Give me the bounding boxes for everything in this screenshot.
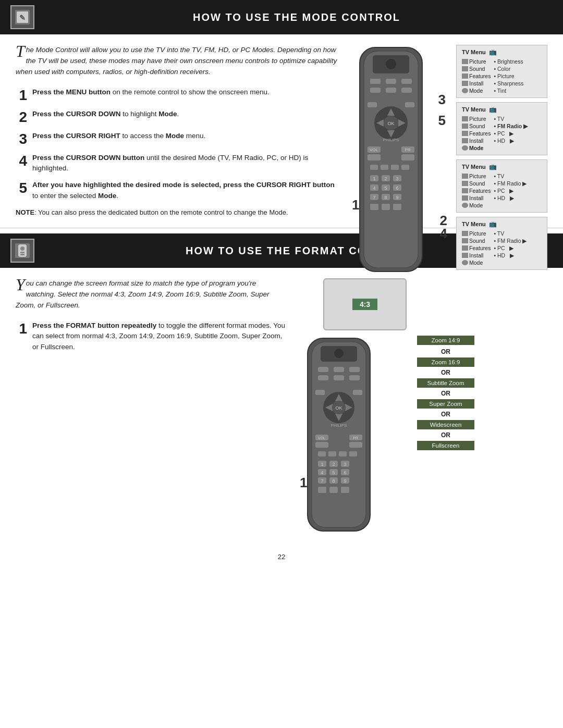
svg-text:VOL: VOL — [370, 147, 378, 152]
tv-menu-1: TV Menu 📺 Picture Sound — [456, 45, 547, 98]
svg-point-62 — [334, 349, 344, 358]
page-number: 22 — [0, 546, 563, 565]
svg-text:2: 2 — [332, 462, 335, 467]
tv-menu-1-title-text: TV Menu — [462, 49, 486, 55]
svg-text:4: 4 — [321, 470, 323, 475]
step-overlay-5: 5 — [438, 113, 446, 129]
step-overlay-4: 4 — [440, 226, 447, 242]
tv-menu-3-labels: Picture Sound Features — [462, 172, 491, 209]
picture-icon-1 — [462, 59, 468, 64]
sound-icon-4 — [462, 238, 468, 243]
mode-step-2: 2 Press the CURSOR DOWN to highlight Mod… — [16, 109, 339, 125]
svg-text:5: 5 — [384, 186, 387, 191]
mode-right-col: TV Menu 📺 Picture Sound — [349, 45, 547, 217]
tv-menu-label-features-1: Features — [462, 72, 491, 80]
format-section: HOW TO USE THE FORMAT CONTROL Y ou can c… — [0, 233, 563, 546]
remote-with-overlays: 3 5 1 2 4 — [349, 45, 448, 276]
svg-rect-68 — [349, 375, 360, 380]
svg-rect-109 — [353, 390, 362, 395]
svg-text:8: 8 — [332, 478, 335, 484]
mode-step-3: 3 Press the CURSOR RIGHT to access the M… — [16, 131, 339, 146]
mode-section: ✎ HOW TO USE THE MODE CONTROL T he Mode … — [0, 0, 563, 228]
tv-menu-4-content: Picture Sound Features — [462, 230, 542, 266]
svg-text:6: 6 — [344, 470, 346, 475]
tv-menu-1-items: • Brightness • Color • Picture • Sharpne… — [494, 58, 523, 94]
format-left-col: Y ou can change the screen format size t… — [16, 278, 287, 535]
svg-text:VOL: VOL — [318, 436, 325, 440]
tv-menu-2: TV Menu 📺 Picture Sound — [456, 102, 547, 155]
mode-step-5: 5 After you have highlighted the desired… — [16, 180, 339, 201]
svg-rect-81 — [315, 442, 328, 448]
mode-icon-2 — [462, 145, 468, 151]
mode-icon-4 — [462, 260, 468, 265]
zoom-option-fullscreen: Fullscreen — [417, 441, 474, 450]
format-step-overlay-1: 1 — [300, 475, 307, 491]
format-screen-43: 4:3 — [323, 278, 407, 330]
tv-icon-2: 📺 — [489, 106, 497, 113]
tv-menu-3-content: Picture Sound Features — [462, 172, 542, 209]
svg-rect-52 — [368, 102, 377, 107]
mode-remote-illustration: 3 5 1 2 4 — [349, 45, 448, 276]
step-overlay-3: 3 — [438, 92, 446, 108]
mode-steps: 1 Press the MENU button on the remote co… — [16, 87, 339, 201]
step-number-4: 4 — [16, 154, 27, 168]
step-text-4: Press the CURSOR DOWN button until the d… — [32, 153, 339, 174]
tv-icon-4: 📺 — [489, 220, 497, 228]
svg-text:✎: ✎ — [19, 14, 26, 22]
svg-text:6: 6 — [396, 186, 398, 191]
svg-text:PR: PR — [353, 436, 358, 440]
tv-menu-3-items: • TV • FM Radio ▶ • PC ▶ • HD ▶ — [494, 172, 527, 209]
svg-text:2: 2 — [384, 176, 387, 181]
svg-rect-53 — [405, 102, 414, 107]
svg-rect-82 — [349, 442, 362, 448]
mode-section-body: T he Mode Control will allow you to use … — [0, 34, 563, 228]
svg-rect-57 — [20, 252, 25, 253]
mode-header-title: HOW TO USE THE MODE CONTROL — [41, 11, 553, 23]
step-number-1: 1 — [16, 88, 27, 103]
tv-icon-1: 📺 — [489, 48, 497, 56]
svg-text:7: 7 — [373, 195, 375, 200]
svg-text:3: 3 — [344, 462, 346, 467]
tv-menus-stack: TV Menu 📺 Picture Sound — [456, 45, 547, 270]
svg-text:OK: OK — [335, 405, 342, 411]
tv-menu-4: TV Menu 📺 Picture Sound — [456, 217, 547, 270]
svg-text:1: 1 — [321, 462, 323, 467]
svg-rect-49 — [382, 204, 390, 210]
install-icon-4 — [462, 253, 468, 258]
tv-menu-label-install-1: Install — [462, 80, 491, 87]
format-remote-svg: OK PHILIPS VOL PR — [297, 336, 381, 534]
mode-icon-1 — [462, 88, 468, 93]
features-icon-3 — [462, 188, 468, 193]
svg-rect-9 — [401, 79, 412, 84]
format-section-body: Y ou can change the screen format size t… — [0, 268, 563, 546]
svg-rect-8 — [386, 79, 396, 84]
remote-svg: OK VOL PR — [349, 45, 433, 274]
svg-rect-29 — [401, 165, 409, 170]
svg-rect-65 — [349, 367, 360, 372]
step-overlay-1: 1 — [352, 197, 359, 213]
tv-icon-3: 📺 — [489, 163, 497, 170]
features-icon-2 — [462, 131, 468, 136]
mode-intro-text: he Mode Control will allow you to use th… — [16, 46, 337, 76]
format-remote-area: 4:3 1 — [297, 278, 412, 535]
svg-rect-27 — [381, 165, 388, 170]
format-intro-text: ou can change the screen format size to … — [16, 279, 270, 309]
format-step-text-1: Press the FORMAT button repeatedly to to… — [32, 320, 287, 352]
tv-menu-2-items: • TV • FM Radio ▶ • PC ▶ • HD ▶ — [494, 115, 528, 152]
svg-rect-83 — [318, 451, 326, 456]
picture-icon-2 — [462, 116, 468, 121]
svg-rect-11 — [386, 88, 396, 93]
svg-text:5: 5 — [332, 470, 335, 475]
tv-menu-4-labels: Picture Sound Features — [462, 230, 491, 266]
picture-icon-4 — [462, 231, 468, 236]
svg-text:OK: OK — [387, 121, 394, 126]
or-label-5: OR — [441, 430, 450, 440]
svg-text:PR: PR — [405, 147, 410, 152]
tv-menu-4-title: TV Menu 📺 — [462, 220, 542, 228]
svg-text:1: 1 — [373, 176, 375, 181]
sound-icon-2 — [462, 124, 468, 129]
tv-menu-1-content: Picture Sound Features — [462, 58, 542, 94]
or-label-2: OR — [441, 368, 450, 377]
tv-menu-label-sound-1: Sound — [462, 65, 491, 72]
svg-text:8: 8 — [384, 195, 387, 200]
